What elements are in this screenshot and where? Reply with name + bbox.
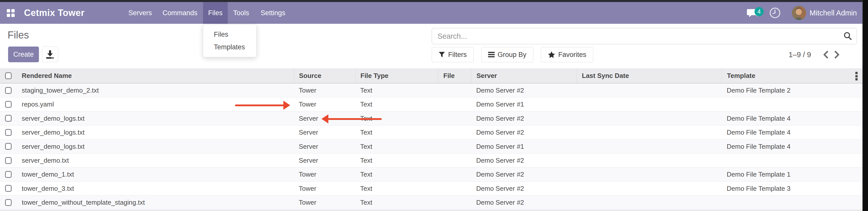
group-by-icon <box>488 52 495 58</box>
page-title: Files <box>8 29 29 41</box>
search-submit-button[interactable] <box>839 29 857 44</box>
menu-item-tools[interactable]: Tools <box>228 2 254 24</box>
favorites-button[interactable]: Favorites <box>541 47 593 62</box>
column-header-server[interactable]: Server <box>471 68 577 83</box>
table-row[interactable]: server_demo.txt Server Text Demo Server … <box>0 154 868 168</box>
pager-previous-icon <box>823 50 829 59</box>
menu-item-commands[interactable]: Commands <box>157 2 203 24</box>
activities-button[interactable] <box>765 2 785 24</box>
menu-item-files[interactable]: Files <box>203 2 228 24</box>
top-navbar: Cetmix Tower Servers Commands Files Tool… <box>0 2 868 24</box>
cell-file <box>438 112 471 125</box>
row-checkbox[interactable] <box>5 185 12 192</box>
cell-file-type: Text <box>355 168 438 181</box>
row-checkbox[interactable] <box>5 171 12 178</box>
screen-top-edge <box>0 0 868 2</box>
files-menu-dropdown: Files Templates <box>203 24 256 57</box>
cell-file-type: Text <box>355 195 438 209</box>
cell-source: Tower <box>294 182 355 195</box>
cell-server: Demo Server #2 <box>471 195 577 209</box>
cell-template: Demo File Template 4 <box>722 125 868 139</box>
row-checkbox[interactable] <box>5 143 12 150</box>
cell-file-type: Text <box>355 140 438 153</box>
column-header-last-sync-date[interactable]: Last Sync Date <box>577 68 722 83</box>
column-header-template[interactable]: Template <box>722 68 868 83</box>
cell-file <box>438 182 471 195</box>
cell-last-sync <box>577 168 722 181</box>
apps-grid-icon <box>7 9 15 17</box>
apps-menu-button[interactable] <box>4 2 17 24</box>
messages-count-badge: 4 <box>754 7 764 16</box>
cell-server: Demo Server #2 <box>471 168 577 181</box>
search-icon <box>843 31 853 41</box>
search-bar <box>432 28 857 44</box>
cell-rendered-name: server_demo_logs.txt <box>17 125 294 139</box>
navbar-right-section: 4 Mitchell Admin <box>747 2 857 24</box>
cell-file <box>438 154 471 167</box>
import-button[interactable] <box>42 47 58 62</box>
dropdown-item-files[interactable]: Files <box>203 28 256 41</box>
cell-server: Demo Server #2 <box>471 125 577 139</box>
cell-source: Server <box>294 140 355 153</box>
cell-server: Demo Server #1 <box>471 140 577 153</box>
cell-file <box>438 140 471 153</box>
screen-right-edge <box>862 0 868 211</box>
cell-server: Demo Server #2 <box>471 182 577 195</box>
filters-label: Filters <box>448 51 467 59</box>
table-row[interactable]: server_demo_logs.txt Server Text Demo Se… <box>0 140 868 154</box>
column-header-file-type[interactable]: File Type <box>355 68 438 83</box>
avatar[interactable] <box>792 6 806 20</box>
search-view-buttons: Filters Group By Favorites <box>432 47 593 62</box>
cell-template: Demo File Template 2 <box>722 84 868 97</box>
user-menu[interactable]: Mitchell Admin <box>810 9 857 17</box>
row-checkbox[interactable] <box>5 157 12 164</box>
column-header-rendered-name[interactable]: Rendered Name <box>17 68 294 83</box>
table-row[interactable]: tower_demo_3.txt Tower Text Demo Server … <box>0 182 868 195</box>
cell-last-sync <box>577 140 722 153</box>
row-checkbox[interactable] <box>5 115 12 122</box>
cell-file <box>438 84 471 97</box>
select-all-checkbox[interactable] <box>5 72 12 79</box>
list-footer-strip <box>0 210 868 211</box>
group-by-button[interactable]: Group By <box>481 47 533 62</box>
table-row[interactable]: tower_demo_without_template_staging.txt … <box>0 195 868 209</box>
cell-source: Tower <box>294 195 355 209</box>
pager-range: 1–9 / 9 <box>788 51 811 59</box>
cell-rendered-name: tower_demo_3.txt <box>17 182 294 195</box>
cell-source: Server <box>294 125 355 139</box>
user-photo-icon <box>792 6 806 20</box>
column-header-source[interactable]: Source <box>294 68 355 83</box>
row-checkbox[interactable] <box>5 87 12 94</box>
search-input[interactable] <box>432 29 839 44</box>
favorites-label: Favorites <box>558 51 586 59</box>
column-header-file[interactable]: File <box>438 68 471 83</box>
row-checkbox[interactable] <box>5 199 12 206</box>
cell-template <box>722 154 868 167</box>
pager-next-button[interactable] <box>831 47 842 62</box>
cell-template: Demo File Template 1 <box>722 168 868 181</box>
select-all-cell <box>0 68 17 83</box>
table-row[interactable]: tower_demo_1.txt Tower Text Demo Server … <box>0 168 868 181</box>
menu-item-settings[interactable]: Settings <box>254 2 291 24</box>
table-row[interactable]: server_demo_logs.txt Server Text Demo Se… <box>0 112 868 125</box>
table-row[interactable]: staging_tower_demo_2.txt Tower Text Demo… <box>0 84 868 97</box>
table-row[interactable]: repos.yaml Tower Text Demo Server #1 <box>0 97 868 111</box>
filters-button[interactable]: Filters <box>432 47 474 62</box>
row-checkbox[interactable] <box>5 101 12 108</box>
download-icon <box>45 50 55 59</box>
cell-rendered-name: server_demo_logs.txt <box>17 140 294 153</box>
pager-previous-button[interactable] <box>820 47 831 62</box>
cell-file <box>438 195 471 209</box>
cell-file-type: Text <box>355 182 438 195</box>
cell-file <box>438 97 471 111</box>
menu-item-servers[interactable]: Servers <box>123 2 157 24</box>
column-options-icon[interactable] <box>853 72 859 81</box>
files-list-view: Rendered Name Source File Type File Serv… <box>0 68 868 211</box>
messages-button[interactable]: 4 <box>747 2 765 24</box>
pager: 1–9 / 9 <box>788 47 842 62</box>
dropdown-item-templates[interactable]: Templates <box>203 41 256 53</box>
create-button[interactable]: Create <box>8 47 39 62</box>
cell-rendered-name: tower_demo_without_template_staging.txt <box>17 195 294 209</box>
row-checkbox[interactable] <box>5 129 12 136</box>
table-row[interactable]: server_demo_logs.txt Server Text Demo Se… <box>0 125 868 140</box>
